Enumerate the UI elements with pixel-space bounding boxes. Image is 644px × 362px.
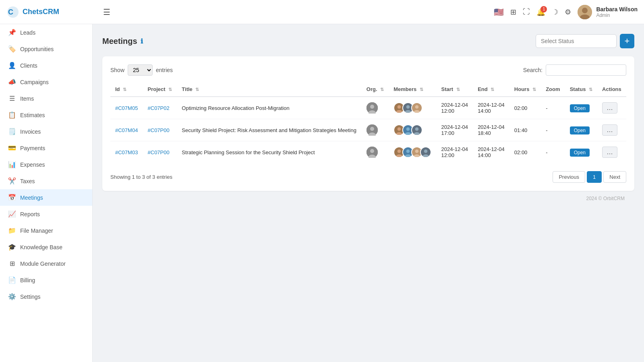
- sort-icon-org: ⇅: [380, 87, 384, 92]
- previous-button[interactable]: Previous: [553, 171, 585, 183]
- col-hours[interactable]: Hours ⇅: [509, 82, 541, 97]
- campaigns-icon: 📣: [8, 78, 16, 86]
- svg-point-3: [582, 8, 588, 13]
- sidebar-item-leads[interactable]: 📌 Leads: [0, 24, 92, 41]
- member-avatar: [411, 124, 422, 136]
- actions-button[interactable]: …: [602, 102, 617, 114]
- cell-actions: …: [597, 141, 626, 163]
- col-status[interactable]: Status ⇅: [565, 82, 597, 97]
- logo-icon: C: [6, 6, 19, 19]
- info-icon[interactable]: ℹ: [141, 37, 143, 45]
- table-row: #C07M05 #C07P02 Optimizing Resource Allo…: [110, 97, 626, 119]
- col-title[interactable]: Title ⇅: [177, 82, 361, 97]
- sidebar-item-expenses[interactable]: 📊 Expenses: [0, 156, 92, 173]
- logo[interactable]: C ChetsCRM: [6, 6, 95, 19]
- status-badge: Open: [570, 149, 590, 157]
- col-end[interactable]: End ⇅: [473, 82, 509, 97]
- status-select-input[interactable]: [536, 34, 617, 48]
- svg-point-39: [415, 149, 419, 153]
- svg-text:C: C: [8, 8, 13, 16]
- entries-select[interactable]: 25 10 50 100: [128, 64, 153, 76]
- next-button[interactable]: Next: [603, 171, 626, 183]
- sidebar-item-taxes[interactable]: ✂️ Taxes: [0, 173, 92, 189]
- cell-status: Open: [565, 141, 597, 163]
- fullscreen-icon[interactable]: ⛶: [523, 8, 530, 16]
- sort-icon-status: ⇅: [589, 87, 592, 92]
- sidebar-item-estimates[interactable]: 📋 Estimates: [0, 107, 92, 123]
- meeting-id-link[interactable]: #C07M04: [115, 127, 138, 133]
- member-avatar: [411, 102, 422, 114]
- cell-members: [389, 97, 436, 119]
- sidebar-item-settings[interactable]: ⚙️ Settings: [0, 288, 92, 305]
- sidebar-item-opportunities[interactable]: 🏷️ Opportunities: [0, 41, 92, 57]
- settings-nav-icon: ⚙️: [8, 293, 16, 300]
- cell-end: 2024-12-04 18:40: [473, 119, 509, 141]
- sidebar-item-reports[interactable]: 📈 Reports: [0, 206, 92, 222]
- reports-icon: 📈: [8, 210, 16, 218]
- pagination-buttons: Previous 1 Next: [553, 171, 626, 183]
- meetings-card: Show 25 10 50 100 entries Search:: [102, 56, 634, 191]
- col-start[interactable]: Start ⇅: [436, 82, 473, 97]
- sidebar-item-invoices[interactable]: 🗒️ Invoices: [0, 123, 92, 140]
- sidebar-item-payments[interactable]: 💳 Payments: [0, 140, 92, 156]
- sidebar-item-module-generator[interactable]: ⊞ Module Generator: [0, 255, 92, 272]
- cell-title: Optimizing Resource Allocation Post-Migr…: [177, 97, 361, 119]
- logo-text: ChetsCRM: [23, 8, 59, 16]
- sidebar-item-label: Leads: [20, 29, 35, 36]
- cell-hours: 02:00: [509, 97, 541, 119]
- leads-icon: 📌: [8, 29, 16, 36]
- sidebar-item-label: Campaigns: [20, 79, 49, 85]
- meeting-id-link[interactable]: #C07M05: [115, 105, 138, 111]
- sidebar-item-label: Knowledge Base: [20, 244, 62, 250]
- show-label: Show: [110, 67, 124, 73]
- sidebar-item-items[interactable]: ☰ Items: [0, 90, 92, 107]
- sidebar-item-knowledge-base[interactable]: 🎓 Knowledge Base: [0, 239, 92, 255]
- cell-end: 2024-12-04 14:00: [473, 141, 509, 163]
- grid-icon[interactable]: ⊞: [510, 8, 516, 17]
- add-meeting-button[interactable]: +: [620, 34, 634, 48]
- module-generator-icon: ⊞: [8, 260, 16, 267]
- project-link[interactable]: #C07P00: [148, 149, 170, 155]
- sort-icon-end: ⇅: [491, 87, 494, 92]
- user-profile[interactable]: Barbara Wilson Admin: [578, 5, 638, 19]
- entries-label: entries: [156, 67, 173, 73]
- actions-button[interactable]: …: [602, 147, 617, 158]
- cell-title: Strategic Planning Session for the Secur…: [177, 141, 361, 163]
- taxes-icon: ✂️: [8, 177, 16, 185]
- project-link[interactable]: #C07P00: [148, 127, 170, 133]
- col-id[interactable]: Id ⇅: [110, 82, 143, 97]
- col-members[interactable]: Members ⇅: [389, 82, 436, 97]
- header-actions: +: [536, 34, 634, 48]
- cell-project: #C07P00: [143, 119, 177, 141]
- language-flag[interactable]: 🇺🇸: [494, 7, 504, 17]
- sidebar-item-campaigns[interactable]: 📣 Campaigns: [0, 74, 92, 90]
- notification-icon[interactable]: 🔔 1: [536, 8, 545, 17]
- sidebar-item-meetings[interactable]: 📅 Meetings: [0, 189, 92, 206]
- cell-hours: 02:00: [509, 141, 541, 163]
- sidebar-item-label: Reports: [20, 211, 40, 217]
- page-header: Meetings ℹ +: [102, 34, 634, 48]
- sidebar-item-billing[interactable]: 📄 Billing: [0, 272, 92, 288]
- table-row: #C07M03 #C07P00 Strategic Planning Sessi…: [110, 141, 626, 163]
- sidebar-item-clients[interactable]: 👤 Clients: [0, 57, 92, 74]
- sidebar-item-label: Module Generator: [20, 261, 66, 267]
- dark-mode-icon[interactable]: ☽: [552, 8, 558, 17]
- cell-start: 2024-12-04 12:00: [436, 141, 473, 163]
- avatar: [578, 5, 592, 19]
- settings-icon[interactable]: ⚙: [565, 8, 571, 17]
- sidebar-item-file-manager[interactable]: 📁 File Manager: [0, 222, 92, 239]
- actions-button[interactable]: …: [602, 124, 617, 136]
- items-icon: ☰: [8, 95, 16, 102]
- hamburger-button[interactable]: ☰: [101, 6, 112, 19]
- org-avatar: [367, 124, 378, 136]
- col-project[interactable]: Project ⇅: [143, 82, 177, 97]
- topbar-right: 🇺🇸 ⊞ ⛶ 🔔 1 ☽ ⚙ Barbara Wilson Admin: [494, 5, 638, 19]
- col-org[interactable]: Org. ⇅: [362, 82, 389, 97]
- meeting-id-link[interactable]: #C07M03: [115, 149, 138, 155]
- project-link[interactable]: #C07P02: [148, 105, 170, 111]
- search-input[interactable]: [546, 64, 626, 76]
- cell-id: #C07M05: [110, 97, 143, 119]
- page-1-button[interactable]: 1: [587, 171, 602, 183]
- cell-actions: …: [597, 97, 626, 119]
- topbar: C ChetsCRM ☰ 🇺🇸 ⊞ ⛶ 🔔 1 ☽ ⚙ Barbara Wils…: [0, 0, 644, 24]
